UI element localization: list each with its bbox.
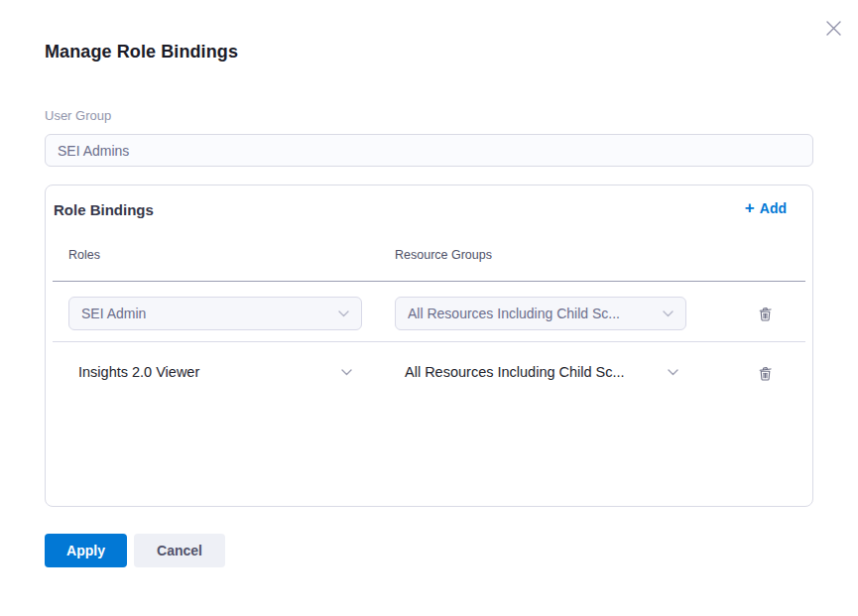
column-header-resource-groups: Resource Groups [395, 248, 492, 262]
role-bindings-title: Role Bindings [54, 201, 154, 218]
chevron-down-icon [663, 310, 674, 317]
page-title: Manage Role Bindings [45, 42, 238, 62]
close-icon[interactable] [822, 17, 844, 39]
apply-button[interactable]: Apply [45, 534, 127, 567]
resource-group-select-value: All Resources Including Child Sc... [408, 306, 620, 321]
manage-role-bindings-modal: Manage Role Bindings User Group Role Bin… [0, 0, 858, 616]
role-bindings-card: Role Bindings + Add Roles Resource Group… [45, 185, 813, 507]
user-group-label: User Group [45, 108, 111, 123]
chevron-down-icon [341, 369, 352, 376]
chevron-down-icon [668, 369, 678, 376]
role-select-value: SEI Admin [81, 306, 146, 321]
trash-icon[interactable] [755, 304, 775, 323]
role-select-disabled: SEI Admin [68, 297, 362, 330]
add-button-label: Add [760, 200, 787, 216]
plus-icon: + [745, 201, 755, 215]
column-header-roles: Roles [68, 248, 100, 262]
add-role-binding-button[interactable]: + Add [745, 200, 787, 216]
cancel-button[interactable]: Cancel [134, 534, 225, 567]
role-dropdown-value: Insights 2.0 Viewer [78, 364, 199, 380]
resource-group-dropdown-value: All Resources Including Child Sc... [405, 364, 625, 380]
header-divider [53, 281, 805, 282]
row-divider [53, 341, 805, 342]
role-dropdown[interactable]: Insights 2.0 Viewer [78, 350, 352, 394]
resource-group-dropdown[interactable]: All Resources Including Child Sc... [405, 350, 678, 394]
chevron-down-icon [338, 310, 349, 317]
resource-group-select-disabled: All Resources Including Child Sc... [395, 297, 686, 330]
user-group-input [45, 134, 813, 167]
trash-icon[interactable] [755, 363, 775, 383]
